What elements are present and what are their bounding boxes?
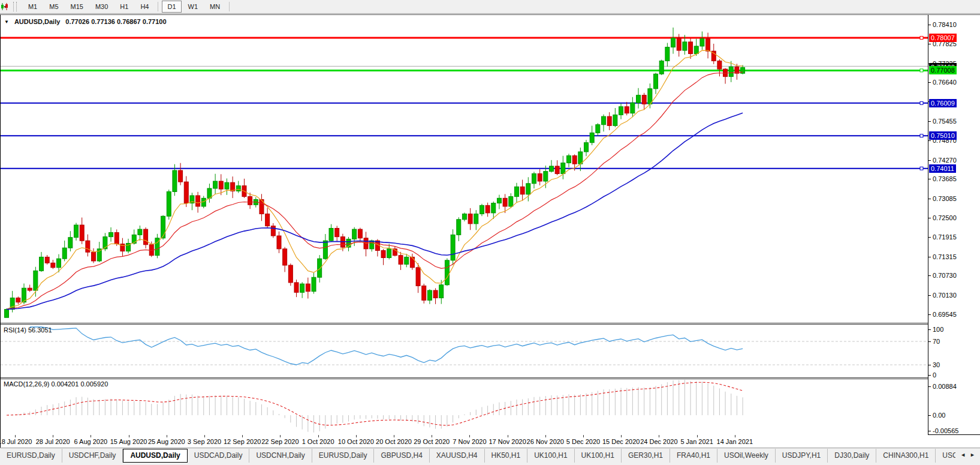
panel-splitter[interactable]: [1, 377, 980, 378]
axis-tick: [928, 160, 931, 161]
chart-tab-gbpusd-h4[interactable]: GBPUSD,H4: [374, 449, 429, 463]
macd-axis-tick: [928, 431, 931, 431]
chart-tab-fra40-h1[interactable]: FRA40,H1: [670, 449, 717, 463]
panel-splitter[interactable]: [1, 323, 980, 323]
chart-tab-usoil-[interactable]: USOil,: [936, 449, 955, 463]
tab-scroll-controls: ◄ ►: [955, 448, 980, 461]
chart-tab-usdcnh-daily[interactable]: USDCNH,Daily: [249, 449, 312, 463]
chart-tab-usdjpy-h1[interactable]: USDJPY,H1: [776, 449, 828, 463]
macd-tick-label: 0.00: [933, 411, 945, 419]
axis-tick: [928, 82, 931, 83]
mt4-terminal: ▼ M1M5M15M30H1H4D1W1MN ▼ AUDUSD,Daily 0.…: [0, 0, 980, 465]
date-tick: [204, 435, 205, 437]
toolbar-grip[interactable]: [13, 2, 17, 11]
axis-tick: [928, 199, 931, 199]
macd-histogram: [7, 380, 743, 433]
axis-tick: [928, 275, 931, 276]
date-tick: [545, 435, 546, 437]
price-tick-label: 0.70730: [933, 271, 957, 280]
price-tick-label: 0.75455: [933, 117, 957, 125]
date-tick: [91, 435, 91, 437]
collapse-chart-icon[interactable]: ▼: [4, 19, 9, 25]
scroll-left-icon[interactable]: ◄: [960, 452, 966, 458]
price-axis[interactable]: 0.784100.778250.772250.766400.760550.754…: [928, 15, 980, 434]
chart-tab-uk100-h1[interactable]: UK100,H1: [527, 449, 574, 463]
macd-axis-tick: [928, 415, 931, 416]
date-tick: [432, 435, 432, 437]
macd-tick-label: -0.00565: [933, 427, 958, 435]
date-tick: [242, 435, 243, 437]
chart-tab-usdchf-daily[interactable]: USDCHF,Daily: [62, 449, 123, 463]
timeframe-button-m5[interactable]: M5: [44, 1, 64, 13]
timeframe-button-h4[interactable]: H4: [135, 1, 154, 13]
chart-tab-xauusd-h4[interactable]: XAUUSD,H4: [430, 449, 485, 463]
date-label: 26 Nov 2020: [527, 438, 564, 445]
chart-window: ▼ AUDUSD,Daily 0.77026 0.77136 0.76867 0…: [0, 14, 980, 448]
chart-type-button[interactable]: ▼: [0, 0, 10, 13]
line-handle: [920, 167, 923, 170]
date-tick: [15, 435, 16, 437]
macd-panel-canvas[interactable]: [1, 379, 928, 434]
price-tick-label: 0.71915: [933, 233, 957, 241]
date-label: 3 Sep 2020: [188, 438, 221, 445]
chart-tab-usdcad-daily[interactable]: USDCAD,Daily: [188, 449, 250, 463]
date-tick: [469, 435, 470, 437]
date-label: 24 Dec 2020: [640, 438, 677, 445]
chart-tab-audusd-daily[interactable]: AUDUSD,Daily: [123, 449, 187, 463]
price-tick-label: 0.70130: [933, 291, 957, 299]
hline-price-box: 0.75010: [929, 131, 957, 140]
chart-tab-eurusd-daily[interactable]: EURUSD,Daily: [312, 449, 375, 463]
timeframe-button-m15[interactable]: M15: [65, 1, 89, 13]
rsi-axis-tick: [928, 341, 931, 342]
axis-tick: [928, 179, 931, 179]
price-tick-label: 0.76640: [933, 78, 957, 86]
date-label: 6 Aug 2020: [74, 438, 108, 445]
rsi-axis-tick: [928, 329, 931, 330]
chart-tab-uk100-h1[interactable]: UK100,H1: [575, 449, 622, 463]
rsi-tick-label: 30: [933, 361, 940, 369]
timeframe-button-m1[interactable]: M1: [23, 1, 43, 13]
price-tick-label: 0.71315: [933, 253, 957, 261]
date-tick: [167, 435, 167, 437]
price-chart-canvas[interactable]: [1, 15, 928, 323]
chart-tab-usoil-weekly[interactable]: USOil,Weekly: [717, 449, 776, 463]
symbol-title: AUDUSD,Daily: [14, 18, 60, 25]
date-tick: [394, 435, 394, 437]
line-handle: [920, 101, 923, 104]
timeframe-button-mn[interactable]: MN: [204, 1, 225, 13]
chart-tab-eurusd-daily[interactable]: EURUSD,Daily: [0, 449, 62, 463]
chart-tab-dj30-daily[interactable]: DJ30,Daily: [828, 449, 876, 463]
chart-tab-ger30-h1[interactable]: GER30,H1: [622, 449, 670, 463]
timeframe-button-h1[interactable]: H1: [114, 1, 134, 13]
date-label: 15 Aug 2020: [110, 438, 147, 445]
date-tick: [735, 435, 735, 437]
date-label: 28 Jul 2020: [36, 438, 70, 445]
macd-label: MACD(12,26,9) 0.004201 0.005920: [4, 380, 108, 388]
date-tick: [129, 435, 129, 437]
line-handle: [920, 36, 923, 39]
toolbar-separator: [158, 2, 158, 11]
date-tick: [280, 435, 281, 437]
timeframe-button-m30[interactable]: M30: [90, 1, 113, 13]
toolbar: ▼ M1M5M15M30H1H4D1W1MN: [0, 0, 980, 14]
rsi-axis-tick: [928, 375, 931, 376]
chart-tabs-bar: EURUSD,DailyUSDCHF,DailyAUDUSD,DailyUSDC…: [0, 448, 980, 465]
axis-tick: [928, 218, 931, 218]
date-label: 18 Jul 2020: [0, 438, 32, 445]
line-handle: [920, 134, 923, 137]
price-tick-label: 0.69545: [933, 310, 957, 319]
chart-tab-hk50-h1[interactable]: HK50,H1: [485, 449, 528, 463]
date-axis[interactable]: 18 Jul 202028 Jul 20206 Aug 202015 Aug 2…: [1, 434, 928, 448]
date-tick: [583, 435, 584, 437]
date-tick: [621, 435, 622, 437]
chart-tab-china300-h1[interactable]: CHINA300,H1: [876, 449, 936, 463]
timeframe-button-w1[interactable]: W1: [183, 1, 204, 13]
date-tick: [356, 435, 357, 437]
timeframe-button-d1[interactable]: D1: [162, 1, 181, 13]
ohlc-values: 0.77026 0.77136 0.76867 0.77100: [65, 18, 166, 25]
timeframe-buttons: M1M5M15M30H1H4D1W1MN: [22, 0, 233, 13]
date-label: 5 Dec 2020: [566, 438, 600, 445]
rsi-panel-canvas[interactable]: [1, 325, 928, 377]
scroll-right-icon[interactable]: ►: [970, 452, 975, 458]
rsi-line: [30, 327, 743, 365]
